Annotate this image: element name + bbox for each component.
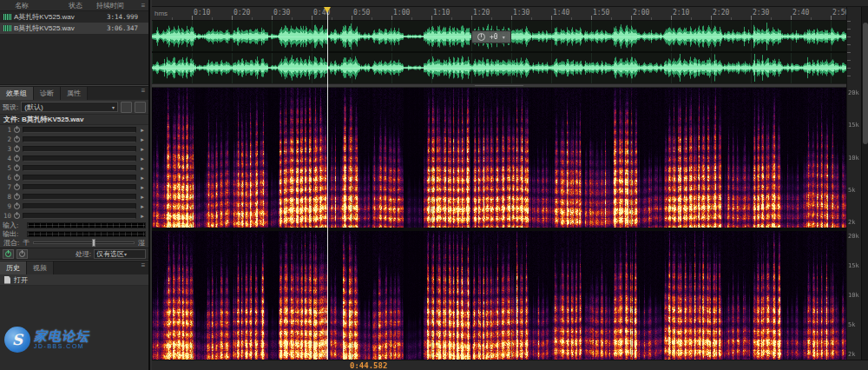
fx-slot[interactable]: 2▸ [0,135,148,144]
fx-slot[interactable]: 1▸ [0,125,148,135]
freq-label: 15k [848,122,859,129]
fx-slot-well[interactable] [23,175,136,181]
chevron-right-icon[interactable]: ▸ [139,165,146,172]
preset-select[interactable]: (默认) ▾ [21,102,118,112]
mix-slider-handle[interactable] [92,239,95,247]
panel-menu-icon[interactable]: ≡ [138,2,148,10]
delete-preset-icon[interactable] [135,102,146,113]
dropdown-caret-icon: ▾ [124,251,127,257]
ruler-tick-mark [791,16,792,20]
fx-slot-number: 5 [3,164,11,172]
fx-slot[interactable]: 5▸ [0,163,148,173]
fx-slot-well[interactable] [23,155,136,162]
power-icon[interactable] [14,146,20,152]
fx-slot-well[interactable] [23,165,136,171]
process-select[interactable]: 仅有选区 ▾ [94,249,146,259]
save-preset-icon[interactable] [121,102,132,113]
freq-label: 15k [848,262,859,269]
vertical-scrollbar[interactable] [861,7,868,360]
fx-slot[interactable]: 9▸ [0,202,148,211]
column-name[interactable]: 名称 [0,1,69,10]
power-icon[interactable] [14,194,20,200]
fx-slot[interactable]: 3▸ [0,144,148,154]
rack-bypass-toggle[interactable] [16,249,28,259]
power-icon[interactable] [14,155,20,162]
tab-effects-rack[interactable]: 效果组 [0,87,34,100]
panel-menu-icon[interactable]: ≡ [138,87,148,100]
power-icon[interactable] [14,136,20,142]
file-row[interactable]: B莫扎特KV525.wav3:06.347 [0,23,148,34]
ruler-minor-tick [611,17,612,20]
file-duration: 3:06.347 [107,24,148,32]
fx-slot-well[interactable] [23,127,136,133]
fx-slot[interactable]: 6▸ [0,173,148,182]
tabbar-filler [88,87,138,100]
fx-slot[interactable]: 10▸ [0,211,148,221]
dropdown-caret-icon: ▾ [112,104,115,110]
file-row[interactable]: A莫扎特KV525.wav3:14.999 [0,11,148,23]
gain-knob-icon[interactable] [477,33,485,41]
timeline-ruler[interactable]: hms 0:100:200:300:400:501:001:101:201:30… [152,7,846,21]
wet-label: 湿 [138,238,145,248]
chevron-right-icon[interactable]: ▸ [139,155,146,162]
power-icon[interactable] [14,127,20,133]
fx-slot[interactable]: 4▸ [0,154,148,163]
rack-power-toggle[interactable] [3,249,14,259]
dry-label: 干 [23,238,30,248]
fx-slot-well[interactable] [23,184,136,190]
effects-rack-panel: 效果组 诊断 属性 ≡ 预设: (默认) ▾ 文件: B莫扎特KV525.wav… [0,87,148,259]
chevron-right-icon[interactable]: ▸ [139,136,146,143]
tab-video[interactable]: 视频 [27,261,54,274]
panel-menu-icon[interactable]: ≡ [138,261,148,274]
fx-slot[interactable]: 8▸ [0,192,148,202]
column-duration[interactable]: 持续时间 [96,1,138,10]
chevron-right-icon[interactable]: ▸ [139,184,146,191]
chevron-right-icon[interactable]: ▸ [139,213,146,220]
watermark-logo-icon: S [4,327,30,353]
fx-slot-number: 10 [3,212,11,220]
tab-properties[interactable]: 属性 [61,87,88,100]
power-icon[interactable] [14,165,20,171]
watermark-url: JD-BBS.COM [34,343,89,350]
spectrogram-right-channel[interactable] [152,231,846,360]
ruler-tick-label: 1:50 [593,9,609,17]
fx-slot-well[interactable] [23,203,136,209]
ruler-tick-mark [352,16,352,20]
tab-history[interactable]: 历史 [0,261,27,274]
power-icon[interactable] [14,213,20,219]
hud-dropdown-icon[interactable]: ▾ [503,34,505,40]
ruler-minor-tick [571,17,572,20]
tab-diagnostics[interactable]: 诊断 [34,87,61,100]
power-icon[interactable] [14,175,20,181]
effects-file-label: 文件: B莫扎特KV525.wav [0,114,148,125]
playhead-handle[interactable] [324,7,331,13]
chevron-right-icon[interactable]: ▸ [139,146,146,153]
fx-slot-well[interactable] [23,146,136,152]
zoom-navigator-strip[interactable] [152,0,868,7]
power-icon[interactable] [14,184,20,190]
fx-slot-list: 1▸2▸3▸4▸5▸6▸7▸8▸9▸10▸ [0,125,148,221]
chevron-right-icon[interactable]: ▸ [139,194,146,201]
volume-hud[interactable]: +0 ▾ [471,30,511,43]
ruler-tick-mark [192,16,193,20]
mix-slider[interactable] [33,241,135,244]
fx-slot-well[interactable] [23,136,136,142]
column-status[interactable]: 状态 [69,1,96,10]
playhead-line[interactable] [327,7,328,360]
channel-divider [152,51,846,53]
ruler-tick-mark [272,16,273,20]
history-panel: 历史 视频 ≡ 打开 [0,261,148,370]
file-name: A莫扎特KV525.wav [14,12,81,22]
ruler-minor-tick [332,17,332,20]
chevron-right-icon[interactable]: ▸ [139,203,146,210]
history-item[interactable]: 打开 [0,274,148,286]
fx-slot-well[interactable] [23,213,136,219]
scrollbar-thumb[interactable] [863,23,868,144]
fx-slot-well[interactable] [23,194,136,200]
fx-slot[interactable]: 7▸ [0,182,148,192]
power-icon[interactable] [14,203,20,209]
input-level-meter [27,222,146,228]
chevron-right-icon[interactable]: ▸ [139,127,146,134]
spectrogram-left-channel[interactable] [152,88,846,228]
chevron-right-icon[interactable]: ▸ [139,175,146,182]
